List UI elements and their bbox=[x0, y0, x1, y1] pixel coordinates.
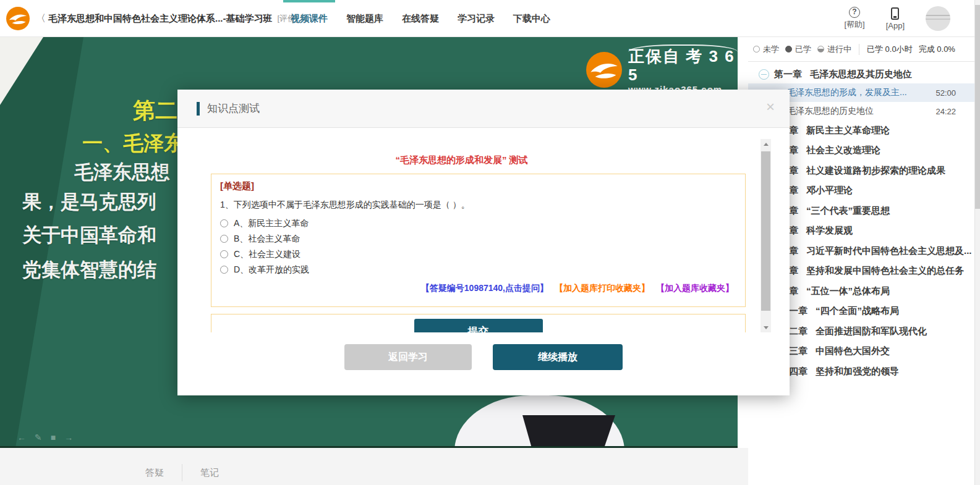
outline-header: 未学 已学 进行中 已学 0.0小时 完成 0.0% bbox=[748, 37, 974, 62]
annotation-tool-icon[interactable]: ■ bbox=[51, 432, 56, 442]
top-navigation-bar: 〈 毛泽东思想和中国特色社会主义理论体系...-基础学习班 [评价] 视频课件智… bbox=[0, 0, 980, 37]
close-icon[interactable]: × bbox=[766, 99, 775, 114]
chapter-title: 科学发展观 bbox=[806, 225, 853, 237]
watermark-brand-text: 正保自 考 3 6 5 bbox=[628, 44, 738, 84]
nav-tab[interactable]: 视频课件 bbox=[291, 0, 328, 37]
in-progress-circle-icon bbox=[817, 46, 824, 53]
brand-swoosh-icon bbox=[586, 52, 622, 88]
legend-unlearned: 未学 bbox=[753, 44, 779, 55]
return-to-study-button[interactable]: 返回学习 bbox=[344, 344, 472, 370]
app-window: 第二节一、毛泽东毛泽东思想果，是马克思列关于中国革命和党集体智慧的结 正保自 考… bbox=[0, 0, 980, 485]
collapse-icon[interactable] bbox=[759, 69, 769, 80]
radio-icon[interactable] bbox=[220, 250, 228, 258]
chapter-title: “四个全面”战略布局 bbox=[816, 305, 899, 317]
chapter-title: 社会主义改造理论 bbox=[806, 145, 880, 156]
user-avatar[interactable] bbox=[926, 6, 950, 31]
slide-text-line: 一、毛泽东 bbox=[82, 130, 184, 158]
option-label: B、社会主义革命 bbox=[234, 234, 300, 245]
chapter-title: 毛泽东思想及其历史地位 bbox=[810, 69, 912, 80]
radio-icon[interactable] bbox=[220, 266, 228, 274]
legend-in-progress-label: 进行中 bbox=[827, 44, 851, 55]
chapter-title: 邓小平理论 bbox=[806, 185, 853, 196]
modal-header: 知识点测试 × bbox=[177, 90, 790, 128]
chapter-title: “三个代表”重要思想 bbox=[806, 205, 890, 217]
answer-option[interactable]: B、社会主义革命 bbox=[220, 231, 736, 247]
quiz-scroll-area: “毛泽东思想的形成和发展” 测试 [单选题] 1、下列选项中不属于毛泽东思想形成… bbox=[177, 139, 771, 332]
lesson-duration: 52:00 bbox=[935, 88, 956, 98]
study-stats: 已学 0.0小时 完成 0.0% bbox=[859, 44, 955, 55]
annotation-tool-icon[interactable]: ← bbox=[17, 432, 26, 442]
app-button[interactable]: [App] bbox=[886, 7, 905, 30]
nav-right-cluster: ? [帮助] [App] bbox=[844, 0, 950, 37]
question-box: [单选题] 1、下列选项中不属于毛泽东思想形成的实践基础的一项是（ ）。 A、新… bbox=[211, 174, 746, 307]
question-text: 1、下列选项中不属于毛泽东思想形成的实践基础的一项是（ ）。 bbox=[220, 200, 736, 211]
unlearned-circle-icon bbox=[753, 46, 760, 53]
legend-learned-label: 已学 bbox=[795, 44, 811, 55]
radio-icon[interactable] bbox=[220, 219, 228, 227]
question-link[interactable]: 【答疑编号10987140,点击提问】 bbox=[421, 283, 548, 293]
question-links: 【答疑编号10987140,点击提问】【加入题库打印收藏夹】【加入题库收藏夹】 bbox=[220, 282, 736, 294]
question-link[interactable]: 【加入题库收藏夹】 bbox=[656, 283, 734, 293]
instructor-pants bbox=[522, 415, 615, 448]
scrollbar-thumb[interactable] bbox=[761, 151, 770, 311]
quiz-title: “毛泽东思想的形成和发展” 测试 bbox=[177, 154, 746, 166]
answer-option[interactable]: C、社会主义建设 bbox=[220, 247, 736, 262]
learned-circle-icon bbox=[785, 46, 792, 53]
bottom-tabs: 答疑 笔记 bbox=[145, 464, 219, 481]
brand-watermark: 正保自 考 3 6 5 www.zikao365.com bbox=[586, 44, 738, 95]
chapter-title: 新民主主义革命理论 bbox=[806, 125, 890, 137]
nav-tab[interactable]: 学习记录 bbox=[458, 0, 495, 37]
scroll-down-arrow[interactable] bbox=[761, 322, 771, 332]
question-link[interactable]: 【加入题库打印收藏夹】 bbox=[555, 283, 650, 293]
slide-text-line: 果，是马克思列 bbox=[22, 189, 156, 215]
help-icon: ? bbox=[849, 7, 860, 18]
help-button[interactable]: ? [帮助] bbox=[844, 7, 864, 30]
modal-scrollbar[interactable] bbox=[761, 139, 771, 332]
tab-notes[interactable]: 笔记 bbox=[200, 467, 219, 479]
chapter-title: 全面推进国防和军队现代化 bbox=[816, 326, 927, 337]
annotation-tool-icon[interactable]: → bbox=[64, 432, 73, 442]
title-accent-bar bbox=[197, 102, 200, 116]
course-header: 〈 毛泽东思想和中国特色社会主义理论体系...-基础学习班 [评价] bbox=[36, 0, 298, 37]
page-scrollbar[interactable] bbox=[974, 0, 980, 485]
back-icon[interactable]: 〈 bbox=[36, 12, 46, 25]
page-scrollbar-thumb[interactable] bbox=[975, 5, 980, 209]
nav-tab[interactable]: 智能题库 bbox=[346, 0, 383, 37]
chapter-title: 习近平新时代中国特色社会主义思想及... bbox=[806, 245, 972, 257]
annotation-tool-icon[interactable]: ✎ bbox=[35, 432, 42, 442]
knowledge-quiz-modal: 知识点测试 × “毛泽东思想的形成和发展” 测试 [单选题] 1、下列选项中不属… bbox=[177, 90, 790, 395]
modal-title: 知识点测试 bbox=[207, 101, 260, 116]
submit-button[interactable]: 提交 bbox=[414, 319, 543, 332]
answer-options: A、新民主主义革命 B、社会主义革命 C、社会主义建设 bbox=[220, 216, 736, 277]
annotation-toolbar: ←✎■→ bbox=[17, 432, 73, 442]
nav-tab[interactable]: 在线答疑 bbox=[402, 0, 439, 37]
continue-playback-button[interactable]: 继续播放 bbox=[493, 344, 623, 370]
slide-text-line: 毛泽东思想 bbox=[74, 159, 170, 185]
submit-section: 提交 bbox=[211, 314, 746, 332]
legend-unlearned-label: 未学 bbox=[763, 44, 779, 55]
option-label: D、改革开放的实践 bbox=[234, 264, 309, 276]
chapter-title: “五位一体”总体布局 bbox=[806, 285, 890, 297]
legend-learned: 已学 bbox=[785, 44, 811, 55]
answer-option[interactable]: D、改革开放的实践 bbox=[220, 262, 736, 277]
app-label: [App] bbox=[886, 21, 905, 30]
chapter-title: 中国特色大国外交 bbox=[816, 345, 890, 357]
brand-logo-icon[interactable] bbox=[6, 7, 30, 30]
lesson-title: 毛泽东思想的历史地位 bbox=[787, 106, 874, 117]
nav-tab[interactable]: 下载中心 bbox=[513, 0, 550, 37]
phone-icon bbox=[891, 7, 899, 20]
chapter-number: 第一章 bbox=[774, 69, 802, 80]
sidebar-chapter-1[interactable]: 第一章 毛泽东思想及其历史地位 bbox=[748, 65, 974, 83]
modal-actions: 返回学习 继续播放 bbox=[177, 344, 790, 370]
scroll-up-arrow[interactable] bbox=[761, 139, 771, 150]
option-label: A、新民主主义革命 bbox=[234, 218, 309, 229]
answer-option[interactable]: A、新民主主义革命 bbox=[220, 216, 736, 231]
tab-qa[interactable]: 答疑 bbox=[145, 467, 164, 479]
chapter-title: 坚持和加强党的领导 bbox=[816, 366, 899, 377]
bottom-panel: 答疑 笔记 bbox=[0, 448, 748, 485]
legend-in-progress: 进行中 bbox=[817, 44, 851, 55]
radio-icon[interactable] bbox=[220, 235, 228, 243]
slide-text-line: 党集体智慧的结 bbox=[22, 257, 156, 283]
slide-text-line: 关于中国革命和 bbox=[22, 222, 156, 248]
main-nav-tabs: 视频课件智能题库在线答疑学习记录下载中心 bbox=[291, 0, 550, 37]
